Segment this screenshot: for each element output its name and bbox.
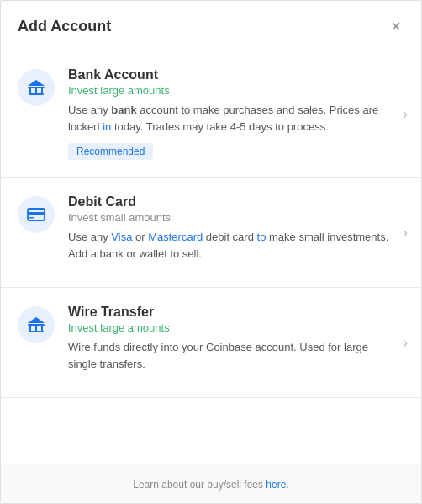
debit-card-chevron: › <box>403 224 408 241</box>
svg-rect-12 <box>35 326 37 331</box>
svg-rect-4 <box>41 88 43 93</box>
debit-card-name: Debit Card <box>68 194 396 210</box>
bank-account-name: Bank Account <box>68 67 396 82</box>
wire-transfer-description: Wire funds directly into your Coinbase a… <box>68 339 396 372</box>
svg-rect-7 <box>28 212 45 215</box>
debit-card-item[interactable]: Debit Card Invest small amounts Use any … <box>1 178 421 288</box>
svg-rect-8 <box>29 217 34 219</box>
wire-transfer-name: Wire Transfer <box>68 305 396 320</box>
svg-rect-1 <box>29 93 44 95</box>
debit-card-icon-circle <box>18 196 55 233</box>
bank-account-description: Use any bank account to make purchases a… <box>68 102 396 135</box>
wire-transfer-subtitle: Invest large amounts <box>68 321 396 334</box>
wire-transfer-content: Wire Transfer Invest large amounts Wire … <box>68 305 396 380</box>
svg-rect-11 <box>29 326 31 331</box>
svg-rect-9 <box>28 324 45 326</box>
bank-account-icon-circle <box>18 69 55 106</box>
svg-rect-0 <box>28 87 45 88</box>
add-account-modal: Add Account × Bank Account Invest large … <box>0 0 422 504</box>
modal-header: Add Account × <box>1 1 421 50</box>
wire-transfer-item[interactable]: Wire Transfer Invest large amounts Wire … <box>1 288 421 398</box>
modal-body: Bank Account Invest large amounts Use an… <box>1 50 421 464</box>
debit-card-content: Debit Card Invest small amounts Use any … <box>68 194 396 270</box>
card-icon <box>26 204 46 225</box>
svg-rect-2 <box>29 88 31 93</box>
bank-account-subtitle: Invest large amounts <box>68 84 396 97</box>
bank-icon <box>26 77 46 98</box>
svg-marker-5 <box>28 80 45 86</box>
svg-rect-3 <box>35 88 37 93</box>
modal-footer: Learn about our buy/sell fees here. <box>1 464 421 503</box>
svg-marker-14 <box>28 317 45 323</box>
svg-rect-13 <box>41 326 43 331</box>
modal-title: Add Account <box>18 18 111 35</box>
wire-transfer-chevron: › <box>403 334 408 352</box>
recommended-badge: Recommended <box>68 143 153 160</box>
close-button[interactable]: × <box>388 16 404 36</box>
svg-rect-10 <box>29 331 44 332</box>
fees-link[interactable]: here <box>266 479 286 491</box>
wire-transfer-icon-circle <box>18 306 55 343</box>
footer-text: Learn about our buy/sell fees here. <box>133 479 288 491</box>
debit-card-description: Use any Visa or Mastercard debit card to… <box>68 229 396 262</box>
bank-account-chevron: › <box>403 105 408 123</box>
bank-account-content: Bank Account Invest large amounts Use an… <box>68 67 396 160</box>
wire-transfer-bank-icon <box>26 315 46 335</box>
debit-card-subtitle: Invest small amounts <box>68 211 396 224</box>
bank-account-item[interactable]: Bank Account Invest large amounts Use an… <box>1 50 421 178</box>
